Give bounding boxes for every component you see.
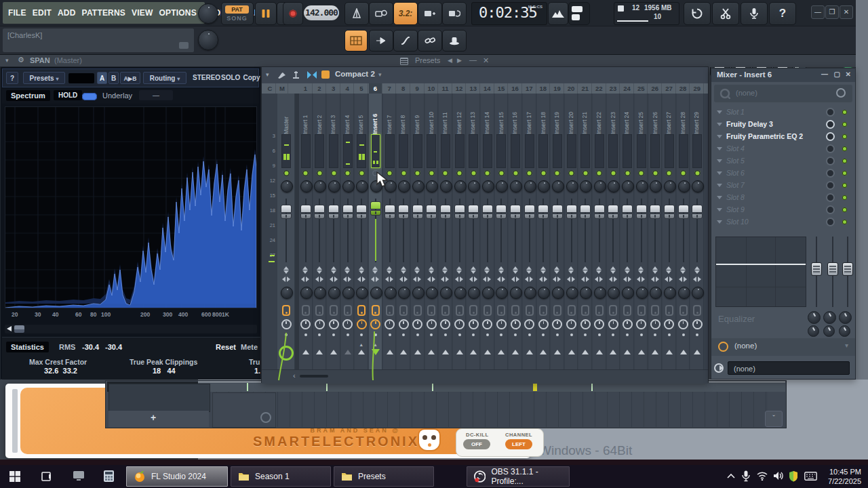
slot-enable-led[interactable]: [842, 195, 847, 200]
effect-slot-2[interactable]: Fruity Delay 3: [714, 119, 852, 131]
fx-latch-icon[interactable]: [693, 305, 701, 316]
plugin-scrollbar[interactable]: [12, 389, 18, 453]
record-clock-icon[interactable]: [469, 319, 479, 329]
time-display[interactable]: 0:02:35 M:S:CS: [471, 2, 547, 25]
playlist-marker-3[interactable]: [432, 383, 433, 391]
bpm-display[interactable]: 142.000: [304, 5, 339, 20]
fader-handle[interactable]: [678, 205, 689, 220]
eq-knob-5[interactable]: [823, 325, 835, 337]
send-knob[interactable]: [482, 287, 494, 299]
pan-knob[interactable]: [398, 180, 410, 192]
select-dot[interactable]: [598, 333, 601, 336]
mixer-strip-7[interactable]: Insert 7: [383, 94, 397, 369]
pan-knob[interactable]: [482, 180, 494, 192]
slot-mix-knob[interactable]: [826, 205, 835, 214]
stereo-sep-control[interactable]: [565, 266, 578, 274]
mixer-strip-28[interactable]: Insert 28: [677, 94, 690, 369]
record-clock-icon[interactable]: [552, 319, 562, 329]
route-arrow-icon[interactable]: [442, 350, 449, 354]
stereo-sep-control[interactable]: [593, 266, 606, 274]
loop-record-button[interactable]: [442, 2, 467, 25]
slot-caret-icon[interactable]: [717, 123, 722, 126]
header-cell-21[interactable]: 21: [578, 83, 592, 94]
route-arrow-icon[interactable]: [484, 350, 491, 354]
mute-led[interactable]: [680, 170, 686, 176]
pan-arrows-control[interactable]: [341, 277, 354, 282]
pan-knob[interactable]: [468, 180, 480, 192]
stereo-sep-control[interactable]: [495, 266, 508, 274]
typing-keyboard-button[interactable]: [418, 2, 442, 25]
pan-arrows-control[interactable]: [397, 277, 410, 282]
select-dot[interactable]: [696, 333, 698, 336]
record-clock-icon[interactable]: [511, 319, 521, 329]
fx-latch-icon[interactable]: [539, 305, 547, 316]
send-knob[interactable]: [496, 287, 508, 299]
pan-knob[interactable]: [636, 180, 648, 192]
pan-arrows-control[interactable]: [620, 277, 633, 282]
effect-slot-4[interactable]: Slot 4: [714, 143, 852, 155]
record-clock-icon[interactable]: [370, 319, 380, 329]
fader-handle[interactable]: [608, 205, 618, 220]
route-arrow-icon[interactable]: [610, 350, 616, 354]
fx-latch-icon[interactable]: [427, 305, 435, 316]
tray-wifi-icon[interactable]: [757, 472, 768, 481]
header-cell-23[interactable]: 23: [607, 83, 620, 94]
tray-keyboard-icon[interactable]: [804, 472, 817, 481]
header-cell-7[interactable]: 7: [383, 83, 397, 94]
mixer-strip-8[interactable]: Insert 8: [397, 94, 410, 369]
mixer-strip-1[interactable]: Insert 1: [299, 94, 313, 369]
menu-options[interactable]: OPTIONS: [159, 8, 197, 18]
pan-knob[interactable]: [454, 180, 467, 192]
send-clock-icon[interactable]: [718, 342, 728, 352]
mute-led[interactable]: [414, 170, 420, 176]
record-clock-icon[interactable]: [678, 319, 688, 329]
slot-enable-led[interactable]: [842, 134, 847, 139]
effect-slot-6[interactable]: Slot 6: [714, 167, 852, 180]
fader-handle[interactable]: [538, 205, 549, 220]
pan-arrows-control[interactable]: [663, 277, 675, 282]
fader-handle[interactable]: [281, 205, 292, 220]
stereo-sep-control[interactable]: [620, 266, 633, 274]
span-gear-icon[interactable]: ⚙: [18, 56, 24, 64]
slot-caret-icon[interactable]: [717, 159, 722, 163]
header-cell-6[interactable]: 6: [369, 83, 382, 94]
fx-latch-icon[interactable]: [386, 305, 394, 316]
mixer-strip-29[interactable]: Insert 29: [690, 94, 704, 369]
pan-arrows-control[interactable]: [277, 277, 294, 282]
fx-latch-icon[interactable]: [315, 305, 323, 316]
mute-led[interactable]: [302, 170, 309, 176]
ghost-minimize-icon[interactable]: —: [469, 56, 477, 64]
select-dot[interactable]: [640, 333, 643, 336]
mixer-strip-master[interactable]: Master: [277, 94, 295, 369]
pan-knob[interactable]: [300, 180, 313, 192]
scroll-left-arrow-icon[interactable]: [7, 326, 12, 331]
stereo-sep-control[interactable]: [635, 266, 648, 274]
pan-arrows-control[interactable]: [523, 277, 536, 282]
window-restore-button[interactable]: ❐: [825, 5, 839, 19]
span-ab-b-button[interactable]: B: [108, 72, 119, 84]
send-knob[interactable]: [678, 287, 690, 299]
slot-enable-led[interactable]: [842, 110, 847, 115]
mute-led[interactable]: [283, 170, 290, 176]
header-cell-25[interactable]: 25: [635, 83, 648, 94]
header-cell-15[interactable]: 15: [495, 83, 509, 94]
effect-slot-5[interactable]: Slot 5: [714, 155, 852, 167]
fader-handle[interactable]: [594, 205, 605, 220]
record-clock-icon[interactable]: [357, 319, 367, 329]
window-close-button[interactable]: ✕: [840, 5, 853, 19]
pan-arrows-control[interactable]: [578, 277, 591, 282]
stereo-sep-control[interactable]: [537, 266, 550, 274]
mute-led[interactable]: [359, 170, 365, 176]
fx-latch-icon[interactable]: [372, 305, 380, 316]
mute-led[interactable]: [331, 170, 337, 176]
select-dot[interactable]: [654, 333, 656, 336]
mute-led[interactable]: [694, 170, 701, 176]
pan-knob[interactable]: [566, 180, 578, 192]
pan-arrows-control[interactable]: [299, 277, 312, 282]
record-clock-icon[interactable]: [342, 319, 353, 329]
task-view-button[interactable]: [41, 471, 52, 482]
slot-caret-icon[interactable]: [717, 135, 722, 138]
header-cell-1[interactable]: 1: [299, 83, 313, 94]
stereo-sep-control[interactable]: [277, 266, 294, 274]
mixer-titlebar[interactable]: ▾ Compact 2 ▾: [262, 67, 708, 83]
